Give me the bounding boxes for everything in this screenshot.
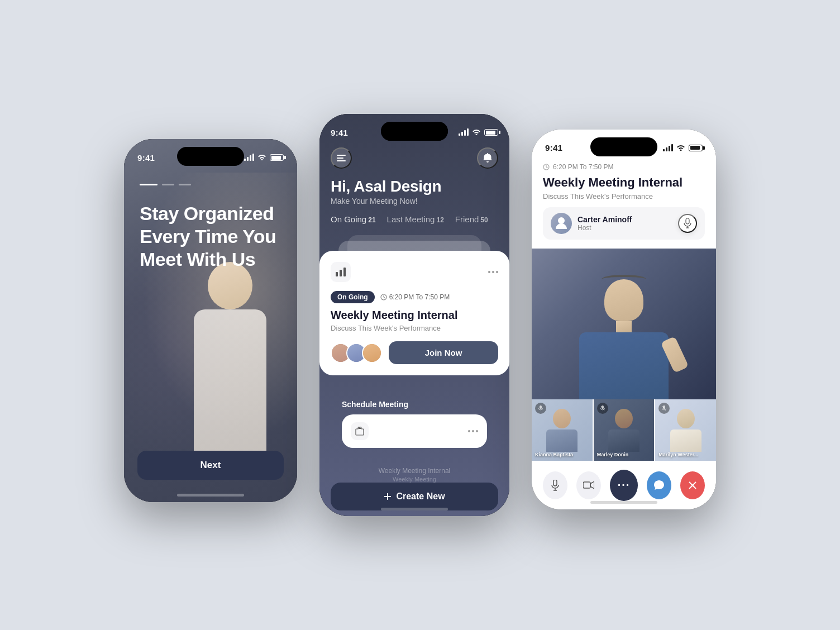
meeting-time-display: 6:20 PM To 7:50 PM bbox=[553, 163, 614, 171]
svg-line-8 bbox=[384, 297, 385, 298]
status-icons-phone1 bbox=[244, 154, 284, 162]
avatars-stack bbox=[331, 343, 382, 363]
host-text: Carter Aminoff Host bbox=[578, 215, 632, 232]
battery-icon-p2 bbox=[484, 129, 498, 136]
participant-thumb-2: Marley Donin bbox=[594, 399, 655, 461]
dynamic-island-phone2-top bbox=[381, 122, 448, 141]
stat-ongoing: On Going 21 bbox=[331, 214, 376, 224]
schedule-label: Schedule Meeting bbox=[331, 400, 498, 414]
participants-thumbnails: Kianna Baptista Marley Donin bbox=[532, 399, 716, 461]
greeting-subtitle: Make Your Meeting Now! bbox=[331, 197, 498, 206]
participant-thumb-1: Kianna Baptista bbox=[532, 399, 593, 461]
menu-button[interactable] bbox=[331, 147, 352, 169]
card-header bbox=[331, 262, 498, 282]
time-phone1: 9:41 bbox=[137, 153, 155, 163]
card-time-text: 6:20 PM To 7:50 PM bbox=[389, 293, 450, 301]
phone-1-onboarding: 9:41 bbox=[124, 139, 297, 502]
participant-mic-1 bbox=[535, 403, 546, 414]
participant-mic-3 bbox=[658, 403, 670, 414]
meeting-time-header: 6:20 PM To 7:50 PM bbox=[543, 163, 705, 171]
svg-rect-26 bbox=[583, 482, 590, 488]
host-avatar bbox=[551, 213, 572, 234]
home-indicator-phone2 bbox=[381, 508, 448, 510]
mute-button[interactable] bbox=[543, 471, 567, 499]
svg-rect-1 bbox=[337, 157, 343, 159]
svg-point-14 bbox=[558, 217, 565, 224]
phone-3-meeting: 9:41 bbox=[532, 130, 716, 509]
schedule-more-button[interactable] bbox=[468, 430, 478, 432]
more-options-button[interactable]: ··· bbox=[610, 470, 637, 501]
meeting-main-desc: Discuss This Week's Performance bbox=[543, 192, 705, 201]
phone-2-main: 9:41 bbox=[319, 114, 509, 516]
chat-button[interactable] bbox=[647, 471, 671, 499]
host-role: Host bbox=[578, 224, 632, 232]
battery-icon bbox=[270, 154, 284, 161]
schedule-bag-icon bbox=[351, 422, 369, 440]
participant-mic-2 bbox=[597, 403, 608, 414]
stat-lastmeeting-count: 12 bbox=[436, 216, 443, 224]
card-meeting-desc: Discuss This Week's Performance bbox=[331, 324, 498, 332]
video-toggle-button[interactable] bbox=[576, 471, 601, 499]
slide-dot-2 bbox=[162, 184, 174, 185]
host-name: Carter Aminoff bbox=[578, 215, 632, 224]
battery-icon-p3 bbox=[689, 145, 703, 151]
stats-row: On Going 21 Last Meeting 12 Friend 50 bbox=[319, 214, 509, 233]
card-status-row: On Going 6:20 PM To 7:50 PM bbox=[331, 291, 498, 303]
create-new-label: Create New bbox=[396, 491, 445, 502]
svg-rect-23 bbox=[553, 480, 557, 486]
meeting-main-title: Weekly Meeting Internal bbox=[543, 175, 705, 190]
dynamic-island-phone3 bbox=[590, 137, 657, 156]
stat-lastmeeting-label: Last Meeting bbox=[387, 214, 435, 224]
card-time: 6:20 PM To 7:50 PM bbox=[380, 293, 450, 301]
host-details: Carter Aminoff Host bbox=[551, 213, 632, 234]
host-info-row: Carter Aminoff Host bbox=[543, 207, 705, 240]
signal-icon bbox=[244, 154, 254, 161]
participant-name-2: Marley Donin bbox=[597, 452, 651, 457]
next-button[interactable]: Next bbox=[137, 451, 284, 480]
status-icons-phone2 bbox=[459, 127, 498, 137]
signal-icon-p2 bbox=[459, 129, 469, 136]
create-new-button[interactable]: Create New bbox=[331, 483, 498, 510]
svg-rect-4 bbox=[340, 270, 342, 276]
stat-friend-label: Friend bbox=[455, 214, 479, 224]
svg-rect-15 bbox=[686, 218, 689, 224]
stat-ongoing-label: On Going bbox=[331, 214, 366, 224]
notification-button[interactable] bbox=[477, 147, 498, 169]
end-call-button[interactable] bbox=[680, 471, 705, 499]
card-actions-row: Join Now bbox=[331, 341, 498, 364]
slide-indicators bbox=[140, 184, 281, 185]
svg-rect-5 bbox=[343, 268, 346, 276]
peek-text-2: Weekly Meeting bbox=[331, 476, 498, 483]
wifi-icon-p3 bbox=[676, 143, 685, 153]
slide-dot-3 bbox=[179, 184, 191, 185]
stat-lastmeeting: Last Meeting 12 bbox=[387, 214, 444, 224]
svg-line-13 bbox=[546, 167, 548, 168]
time-phone3: 9:41 bbox=[545, 143, 562, 152]
participant-name-3: Marilyn Wester... bbox=[658, 452, 713, 457]
peek-text-1: Weekly Meeting Internal bbox=[331, 467, 498, 475]
status-icons-phone3 bbox=[663, 143, 703, 153]
svg-rect-0 bbox=[337, 155, 346, 156]
host-mic-button[interactable] bbox=[678, 214, 697, 233]
onboarding-content: Stay Organized Every Time You Meet With … bbox=[140, 184, 281, 270]
ongoing-badge: On Going bbox=[331, 291, 375, 303]
participant-name-1: Kianna Baptista bbox=[535, 452, 589, 457]
signal-icon-p3 bbox=[663, 145, 673, 151]
onboarding-bottom: Next bbox=[137, 451, 284, 480]
schedule-section: Schedule Meeting bbox=[319, 400, 509, 448]
wifi-icon bbox=[257, 154, 266, 162]
svg-rect-18 bbox=[540, 405, 542, 409]
main-video-area bbox=[532, 249, 716, 399]
card-more-button[interactable] bbox=[488, 271, 498, 273]
meeting-detail-header: 6:20 PM To 7:50 PM Weekly Meeting Intern… bbox=[532, 159, 716, 249]
onboarding-title: Stay Organized Every Time You Meet With … bbox=[140, 202, 281, 270]
dynamic-island-phone1 bbox=[177, 147, 244, 166]
svg-rect-2 bbox=[337, 160, 346, 161]
stat-friend: Friend 50 bbox=[455, 214, 488, 224]
stat-ongoing-count: 21 bbox=[368, 216, 375, 224]
card-meeting-title: Weekly Meeting Internal bbox=[331, 309, 498, 322]
join-now-button[interactable]: Join Now bbox=[389, 341, 498, 364]
card-chart-icon bbox=[331, 262, 351, 282]
slide-dot-1 bbox=[140, 184, 157, 185]
time-phone2: 9:41 bbox=[331, 128, 348, 137]
